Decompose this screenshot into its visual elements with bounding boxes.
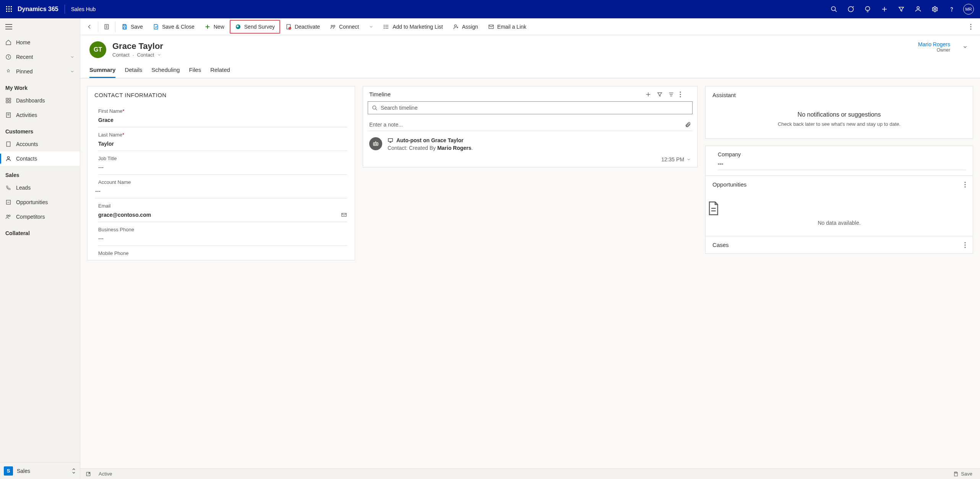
first-name-field[interactable]: First Name* Grace (88, 104, 355, 127)
more-button[interactable] (964, 182, 966, 188)
relationship-assistant-icon[interactable] (910, 0, 926, 18)
autopost-icon (369, 137, 382, 150)
footer-save-button[interactable]: Save (951, 471, 975, 477)
pin-icon (5, 68, 11, 75)
right-column: Assistant No notifications or suggestion… (705, 86, 973, 254)
assistant-title: Assistant (706, 86, 973, 104)
svg-rect-6 (6, 11, 7, 12)
brand-name[interactable]: Dynamics 365 (15, 6, 65, 13)
more-button[interactable] (964, 242, 966, 248)
timeline-note-input[interactable]: Enter a note... (368, 118, 693, 131)
nav-leads[interactable]: Leads (0, 180, 80, 195)
job-title-value: --- (98, 163, 347, 175)
add-to-marketing-list-button[interactable]: Add to Marketing List (379, 20, 448, 34)
timeline-add-button[interactable] (645, 91, 657, 97)
add-icon[interactable] (876, 0, 893, 18)
filter-icon[interactable] (893, 0, 910, 18)
settings-gear-icon[interactable] (926, 0, 943, 18)
nav-contacts[interactable]: Contacts (0, 151, 80, 166)
svg-point-32 (7, 157, 9, 159)
svg-point-61 (970, 28, 972, 29)
back-button[interactable] (83, 20, 96, 34)
timeline-sort-button[interactable] (668, 91, 680, 97)
clock-icon (5, 54, 11, 60)
timeline-section: Timeline Search timeline Enter a note... (363, 86, 698, 167)
record-avatar: GT (89, 41, 106, 58)
cases-label: Cases (712, 242, 729, 248)
assistant-empty-title: No notifications or suggestions (713, 111, 965, 121)
email-field[interactable]: Email grace@contoso.com (88, 198, 355, 222)
nav-dashboards[interactable]: Dashboards (0, 93, 80, 108)
tab-details[interactable]: Details (125, 64, 142, 78)
header-expand-button[interactable] (959, 41, 971, 53)
connect-button[interactable]: Connect (325, 20, 363, 34)
connect-split-button[interactable] (364, 20, 378, 34)
overflow-button[interactable] (964, 20, 978, 34)
save-close-button[interactable]: Save & Close (148, 20, 199, 34)
tab-scheduling[interactable]: Scheduling (151, 64, 180, 78)
tab-files[interactable]: Files (189, 64, 201, 78)
form-body: CONTACT INFORMATION First Name* Grace La… (80, 78, 980, 468)
save-button[interactable]: Save (117, 20, 148, 34)
svg-line-72 (375, 109, 377, 110)
timeline-filter-button[interactable] (657, 91, 668, 97)
section-title: CONTACT INFORMATION (88, 86, 355, 104)
chevron-down-icon[interactable] (157, 53, 161, 57)
job-title-field[interactable]: Job Title --- (88, 151, 355, 175)
app-launcher-icon[interactable] (3, 3, 15, 15)
attachment-icon[interactable] (685, 122, 691, 128)
nav-recent[interactable]: Recent (0, 50, 80, 64)
save-icon (122, 24, 128, 30)
svg-point-70 (680, 96, 681, 97)
last-name-field[interactable]: Last Name* Taylor (88, 127, 355, 151)
svg-rect-1 (8, 6, 10, 7)
task-flow-icon[interactable] (842, 0, 859, 18)
svg-point-86 (965, 244, 966, 245)
nav-opportunities[interactable]: Opportunities (0, 195, 80, 209)
cmd-label: Add to Marketing List (393, 24, 443, 30)
mobile-phone-field[interactable]: Mobile Phone (88, 246, 355, 260)
svg-point-74 (375, 144, 375, 145)
assistant-bulb-icon[interactable] (859, 0, 876, 18)
nav-pinned[interactable]: Pinned (0, 64, 80, 79)
deactivate-button[interactable]: Deactivate (281, 20, 325, 34)
area-switcher[interactable]: S Sales (0, 462, 80, 479)
timeline-more-button[interactable] (680, 91, 691, 97)
form-selector[interactable]: Contact (137, 52, 154, 58)
timeline-search-input[interactable]: Search timeline (368, 101, 693, 114)
assign-button[interactable]: Assign (448, 20, 483, 34)
hub-name[interactable]: Sales Hub (68, 6, 96, 12)
nav-collapse-button[interactable] (0, 18, 80, 35)
popout-icon[interactable] (86, 471, 99, 477)
owner-field[interactable]: Mario Rogers Owner (918, 41, 953, 53)
svg-rect-0 (6, 6, 7, 7)
nav-competitors[interactable]: Competitors (0, 209, 80, 224)
business-phone-field[interactable]: Business Phone --- (88, 222, 355, 246)
new-button[interactable]: New (200, 20, 229, 34)
svg-point-81 (965, 184, 966, 185)
email-link-button[interactable]: Email a Link (484, 20, 531, 34)
cmd-label: Email a Link (497, 24, 526, 30)
entity-name: Contact (112, 52, 130, 58)
tab-summary[interactable]: Summary (89, 64, 115, 78)
svg-rect-24 (6, 101, 8, 103)
search-icon[interactable] (826, 0, 842, 18)
nav-activities[interactable]: Activities (0, 108, 80, 122)
help-icon[interactable] (943, 0, 960, 18)
svg-rect-2 (11, 6, 12, 7)
company-field[interactable]: Company --- (706, 146, 973, 175)
open-record-set-button[interactable] (100, 20, 114, 34)
nav-home[interactable]: Home (0, 35, 80, 50)
cmd-label: Save & Close (162, 24, 195, 30)
mail-icon[interactable] (341, 212, 347, 218)
user-avatar[interactable]: MR (963, 4, 974, 15)
chevron-down-icon (70, 69, 75, 74)
send-survey-button[interactable]: Send Survey (230, 20, 280, 34)
assistant-section: Assistant No notifications or suggestion… (705, 86, 973, 139)
nav-accounts[interactable]: Accounts (0, 137, 80, 151)
account-name-field[interactable]: Account Name --- (88, 175, 355, 198)
timeline-item[interactable]: Auto-post on Grace Taylor Contact: Creat… (363, 135, 697, 156)
deactivate-icon (286, 24, 292, 30)
tab-related[interactable]: Related (210, 64, 230, 78)
chevron-down-icon[interactable] (686, 157, 691, 162)
